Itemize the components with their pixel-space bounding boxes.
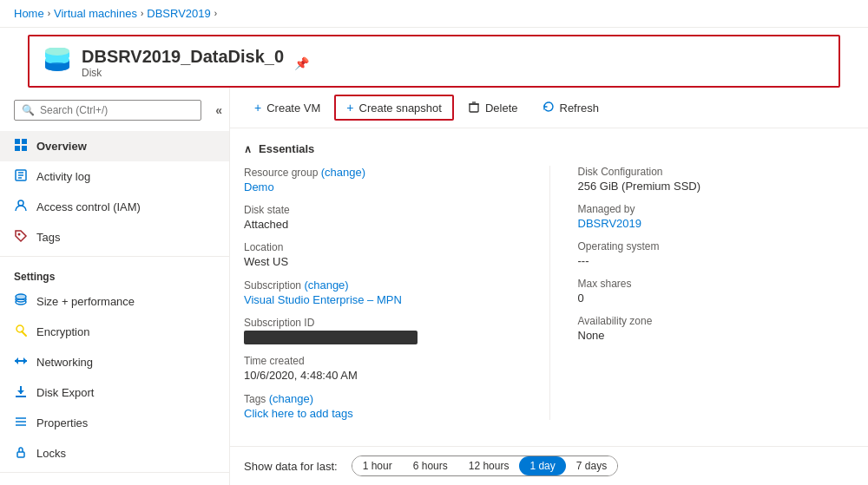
svg-point-20 <box>16 294 26 299</box>
refresh-button[interactable]: Refresh <box>532 96 610 120</box>
create-vm-icon: + <box>254 101 261 115</box>
field-resource-group: Resource group (change) Demo <box>244 166 522 193</box>
sidebar-item-locks[interactable]: Locks <box>0 438 229 469</box>
resource-group-value[interactable]: Demo <box>244 180 522 193</box>
svg-line-22 <box>22 331 26 336</box>
time-1day[interactable]: 1 day <box>519 456 565 475</box>
svg-point-17 <box>18 233 21 236</box>
disk-config-value: 256 GiB (Premium SSD) <box>578 180 855 193</box>
search-icon: 🔍 <box>22 104 35 116</box>
os-value: --- <box>578 254 855 267</box>
disk-export-icon <box>14 384 28 401</box>
nav-divider-2 <box>0 472 229 473</box>
field-subscription-id: Subscription ID <box>244 317 522 344</box>
settings-section-title: Settings <box>0 260 229 286</box>
resource-group-change-link[interactable]: (change) <box>321 166 365 179</box>
svg-rect-10 <box>15 146 20 151</box>
sidebar-item-networking[interactable]: Networking <box>0 347 229 377</box>
iam-icon <box>14 199 28 215</box>
essentials-left-col: Resource group (change) Demo Disk state … <box>244 166 549 420</box>
resource-subtitle: Disk <box>82 67 284 79</box>
time-options: 1 hour 6 hours 12 hours 1 day 7 days <box>352 456 618 476</box>
sidebar-item-disk-export[interactable]: Disk Export <box>0 377 229 408</box>
field-time-created: Time created 10/6/2020, 4:48:40 AM <box>244 355 522 382</box>
subscription-change-link[interactable]: (change) <box>304 279 348 292</box>
location-value: West US <box>244 255 522 268</box>
field-disk-state: Disk state Attached <box>244 204 522 231</box>
sidebar-item-tags-label: Tags <box>36 231 60 244</box>
availability-zone-value: None <box>578 329 855 342</box>
svg-rect-9 <box>22 139 27 144</box>
breadcrumb-home[interactable]: Home <box>14 7 44 20</box>
bc-sep-2: › <box>141 9 143 18</box>
pin-icon[interactable]: 📌 <box>294 56 309 70</box>
field-subscription: Subscription (change) Visual Studio Ente… <box>244 279 522 306</box>
sidebar-item-encryption[interactable]: Encryption <box>0 317 229 347</box>
content-area: + Create VM + Create snapshot Delete <box>230 88 868 485</box>
essentials-panel: ∧ Essentials Resource group (change) Dem… <box>230 128 868 446</box>
sidebar-item-iam-label: Access control (IAM) <box>36 200 141 213</box>
field-tags: Tags (change) Click here to add tags <box>244 392 522 420</box>
collapse-button[interactable]: « <box>215 103 222 117</box>
essentials-header: ∧ Essentials <box>244 142 854 155</box>
bc-sep-1: › <box>48 9 50 18</box>
svg-rect-11 <box>22 146 27 151</box>
activity-log-icon <box>14 168 28 185</box>
subscription-id-value <box>244 331 418 344</box>
sidebar-item-overview[interactable]: Overview <box>0 131 229 161</box>
svg-rect-34 <box>470 104 478 112</box>
overview-icon <box>14 138 28 154</box>
data-bar: Show data for last: 1 hour 6 hours 12 ho… <box>230 446 868 485</box>
field-max-shares: Max shares 0 <box>578 278 855 305</box>
essentials-title: Essentials <box>259 142 314 155</box>
sidebar-item-properties[interactable]: Properties <box>0 408 229 438</box>
svg-marker-25 <box>15 357 18 364</box>
add-tags-link[interactable]: Click here to add tags <box>244 407 522 420</box>
tags-icon <box>14 229 28 246</box>
sidebar-item-disk-export-label: Disk Export <box>36 386 94 399</box>
sidebar-item-overview-label: Overview <box>36 140 87 153</box>
size-performance-icon <box>14 293 28 310</box>
nav-divider-1 <box>0 256 229 257</box>
sidebar-item-size-performance[interactable]: Size + performance <box>0 286 229 317</box>
time-7days[interactable]: 7 days <box>566 456 617 475</box>
sidebar-item-access-control[interactable]: Access control (IAM) <box>0 192 229 222</box>
refresh-icon <box>542 101 555 115</box>
toolbar: + Create VM + Create snapshot Delete <box>230 88 868 128</box>
tags-change-link[interactable]: (change) <box>269 392 313 405</box>
sidebar-item-tags[interactable]: Tags <box>0 222 229 252</box>
create-vm-button[interactable]: + Create VM <box>244 96 331 119</box>
encryption-icon <box>14 324 28 340</box>
field-os: Operating system --- <box>578 240 855 267</box>
managed-by-value[interactable]: DBSRV2019 <box>578 217 855 230</box>
locks-icon <box>14 445 28 462</box>
resource-header: DBSRV2019_DataDisk_0 Disk 📌 <box>28 35 840 88</box>
breadcrumb-server[interactable]: DBSRV2019 <box>147 7 210 20</box>
svg-marker-27 <box>17 390 24 394</box>
essentials-grid: Resource group (change) Demo Disk state … <box>244 166 854 420</box>
svg-rect-8 <box>15 139 20 144</box>
subscription-value[interactable]: Visual Studio Enterprise – MPN <box>244 293 522 306</box>
create-snapshot-icon: + <box>346 101 353 115</box>
time-12hours[interactable]: 12 hours <box>458 456 520 475</box>
disk-state-value: Attached <box>244 218 522 231</box>
create-snapshot-button[interactable]: + Create snapshot <box>334 95 454 121</box>
search-box[interactable]: 🔍 <box>14 100 201 121</box>
sidebar-item-activity-log[interactable]: Activity log <box>0 161 229 192</box>
search-input[interactable] <box>40 104 194 116</box>
field-location: Location West US <box>244 241 522 268</box>
time-6hours[interactable]: 6 hours <box>403 456 458 475</box>
max-shares-value: 0 <box>578 292 855 305</box>
essentials-chevron[interactable]: ∧ <box>244 143 252 155</box>
sidebar-item-networking-label: Networking <box>36 356 93 369</box>
breadcrumb-vms[interactable]: Virtual machines <box>54 7 137 20</box>
sidebar-item-activity-log-label: Activity log <box>36 170 90 183</box>
disk-icon <box>43 48 71 78</box>
resource-title: DBSRV2019_DataDisk_0 <box>82 47 284 67</box>
time-1hour[interactable]: 1 hour <box>352 456 403 475</box>
svg-point-7 <box>45 62 69 71</box>
sidebar-item-locks-label: Locks <box>36 447 66 460</box>
delete-button[interactable]: Delete <box>457 96 529 120</box>
svg-marker-24 <box>23 357 27 364</box>
field-availability-zone: Availability zone None <box>578 315 855 342</box>
